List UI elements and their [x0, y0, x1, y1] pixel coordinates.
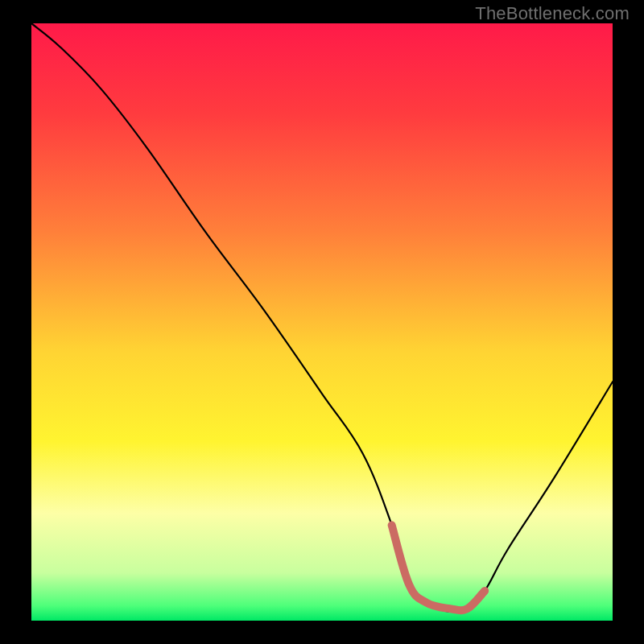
- chart-svg: [31, 23, 613, 621]
- plot-area: [31, 23, 613, 621]
- watermark-text: TheBottleneck.com: [475, 3, 630, 24]
- gradient-background: [31, 23, 613, 621]
- chart-frame: TheBottleneck.com: [0, 0, 644, 644]
